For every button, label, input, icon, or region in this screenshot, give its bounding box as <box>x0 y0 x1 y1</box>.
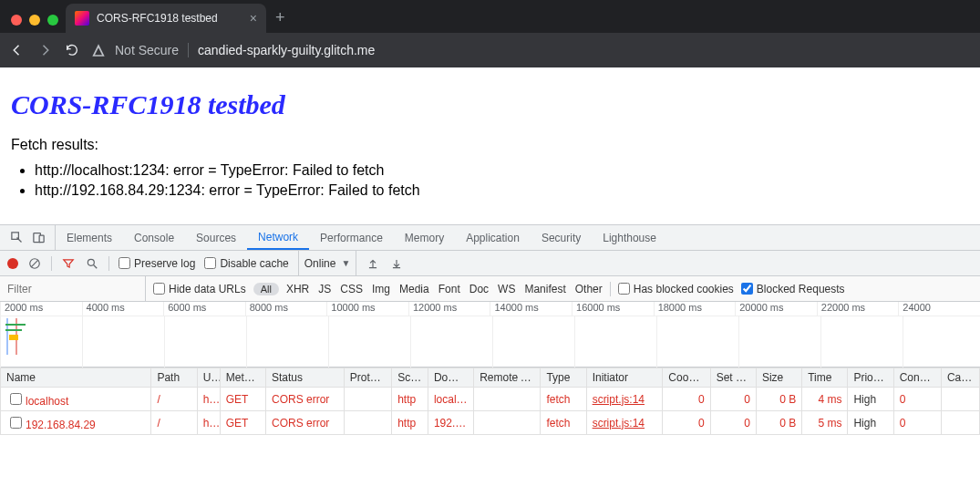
ruler-tick: 10000 ms <box>326 302 408 316</box>
filter-all-pill[interactable]: All <box>253 283 279 295</box>
favicon-icon <box>75 11 89 26</box>
row-checkbox[interactable] <box>10 417 22 429</box>
initiator-link[interactable]: script.js:14 <box>593 417 645 430</box>
window-close-icon[interactable] <box>11 15 22 26</box>
svg-point-4 <box>88 259 94 265</box>
blocked-requests-checkbox[interactable]: Blocked Requests <box>741 283 845 295</box>
has-blocked-cookies-checkbox[interactable]: Has blocked cookies <box>618 283 734 295</box>
column-header[interactable]: Cac… <box>941 368 979 388</box>
results-heading: Fetch results: <box>11 137 969 153</box>
window-traffic-lights[interactable] <box>7 15 66 33</box>
column-header[interactable]: Name <box>1 368 151 388</box>
type-filter-font[interactable]: Font <box>438 283 460 295</box>
devtools-tab-application[interactable]: Application <box>455 225 531 250</box>
download-har-icon[interactable] <box>389 256 404 271</box>
inspect-element-icon[interactable] <box>9 231 24 245</box>
type-filter-ws[interactable]: WS <box>498 283 515 295</box>
svg-rect-9 <box>5 329 22 331</box>
url-text: candied-sparkly-guilty.glitch.me <box>198 43 375 57</box>
ruler-tick: 16000 ms <box>572 302 654 316</box>
ruler-tick: 18000 ms <box>654 302 736 316</box>
ruler-tick: 24000 <box>898 302 980 316</box>
row-checkbox[interactable] <box>10 393 22 405</box>
timeline-marker-icon <box>5 318 27 355</box>
column-header[interactable]: Conn… <box>893 368 941 388</box>
tab-title: CORS-RFC1918 testbed <box>97 12 242 25</box>
column-header[interactable]: Sc… <box>392 368 428 388</box>
devtools-tab-sources[interactable]: Sources <box>185 225 247 250</box>
not-secure-label: Not Secure <box>115 43 179 57</box>
disable-cache-checkbox[interactable]: Disable cache <box>204 257 288 270</box>
address-bar[interactable]: Not Secure candied-sparkly-guilty.glitch… <box>91 43 375 57</box>
column-header[interactable]: Type <box>541 368 586 388</box>
throttling-select[interactable]: Online ▼ <box>298 251 357 275</box>
preserve-log-checkbox[interactable]: Preserve log <box>119 257 195 270</box>
devtools-tab-lighthouse[interactable]: Lighthouse <box>592 225 667 250</box>
ruler-tick: 22000 ms <box>817 302 899 316</box>
devtools-tab-network[interactable]: Network <box>247 225 309 250</box>
column-header[interactable]: Path <box>151 368 197 388</box>
type-filter-xhr[interactable]: XHR <box>286 283 309 295</box>
column-header[interactable]: Initiator <box>586 368 663 388</box>
devtools-tab-console[interactable]: Console <box>123 225 185 250</box>
forward-button[interactable] <box>36 42 53 58</box>
devtools-tab-elements[interactable]: Elements <box>56 225 123 250</box>
type-filter-doc[interactable]: Doc <box>469 283 489 295</box>
ruler-tick: 12000 ms <box>408 302 490 316</box>
devtools-tabs: ElementsConsoleSourcesNetworkPerformance… <box>0 225 980 251</box>
hide-data-urls-checkbox[interactable]: Hide data URLs <box>153 283 246 295</box>
column-header[interactable]: Remote Ad… <box>474 368 541 388</box>
result-item: http://192.168.84.29:1234: error = TypeE… <box>35 182 969 199</box>
clear-button[interactable] <box>27 256 42 271</box>
filter-input[interactable] <box>0 276 146 301</box>
ruler-tick: 2000 ms <box>0 302 82 316</box>
filter-icon[interactable] <box>61 256 76 271</box>
result-item: http://localhost:1234: error = TypeError… <box>35 162 969 179</box>
network-request-table[interactable]: NamePathU…Meth…StatusProto…Sc…Dom…Remote… <box>0 368 980 435</box>
devtools-tab-memory[interactable]: Memory <box>394 225 455 250</box>
table-header-row[interactable]: NamePathU…Meth…StatusProto…Sc…Dom…Remote… <box>1 368 980 388</box>
type-filter-other[interactable]: Other <box>575 283 603 295</box>
ruler-tick: 14000 ms <box>490 302 572 316</box>
browser-tab[interactable]: CORS-RFC1918 testbed × <box>66 4 266 33</box>
column-header[interactable]: Cook… <box>663 368 710 388</box>
back-button[interactable] <box>9 42 26 58</box>
upload-har-icon[interactable] <box>366 256 380 271</box>
device-toolbar-icon[interactable] <box>31 231 46 245</box>
network-filter-bar: Hide data URLs All XHRJSCSSImgMediaFontD… <box>0 276 980 302</box>
column-header[interactable]: Time <box>802 368 848 388</box>
record-button[interactable] <box>7 258 18 269</box>
column-header[interactable]: Meth… <box>220 368 265 388</box>
column-header[interactable]: Size <box>756 368 801 388</box>
devtools-tab-security[interactable]: Security <box>531 225 592 250</box>
reload-button[interactable] <box>64 42 80 58</box>
page-title: CORS-RFC1918 testbed <box>11 89 969 120</box>
table-row[interactable]: localhost/h…GETCORS errorhttplocal…fetch… <box>1 388 980 411</box>
search-icon[interactable] <box>85 256 99 271</box>
devtools-tab-performance[interactable]: Performance <box>309 225 394 250</box>
type-filters: XHRJSCSSImgMediaFontDocWSManifestOther <box>286 283 603 295</box>
type-filter-manifest[interactable]: Manifest <box>524 283 565 295</box>
type-filter-img[interactable]: Img <box>372 283 390 295</box>
column-header[interactable]: Dom… <box>428 368 473 388</box>
type-filter-media[interactable]: Media <box>399 283 429 295</box>
close-tab-icon[interactable]: × <box>250 11 257 26</box>
type-filter-js[interactable]: JS <box>318 283 331 295</box>
column-header[interactable]: Proto… <box>344 368 391 388</box>
column-header[interactable]: Priority <box>848 368 893 388</box>
svg-line-3 <box>31 259 38 266</box>
column-header[interactable]: U… <box>197 368 220 388</box>
type-filter-css[interactable]: CSS <box>340 283 363 295</box>
network-timeline[interactable]: 2000 ms4000 ms6000 ms8000 ms10000 ms1200… <box>0 302 980 368</box>
column-header[interactable]: Status <box>265 368 344 388</box>
column-header[interactable]: Set C… <box>710 368 756 388</box>
window-zoom-icon[interactable] <box>47 15 58 26</box>
window-minimize-icon[interactable] <box>29 15 40 26</box>
network-toolbar: Preserve log Disable cache Online ▼ <box>0 251 980 276</box>
svg-rect-10 <box>9 335 18 340</box>
initiator-link[interactable]: script.js:14 <box>593 393 645 406</box>
not-secure-icon <box>91 43 106 57</box>
svg-line-5 <box>94 264 98 268</box>
table-row[interactable]: 192.168.84.29/h…GETCORS errorhttp192.…fe… <box>1 411 980 435</box>
new-tab-button[interactable]: + <box>266 8 294 33</box>
